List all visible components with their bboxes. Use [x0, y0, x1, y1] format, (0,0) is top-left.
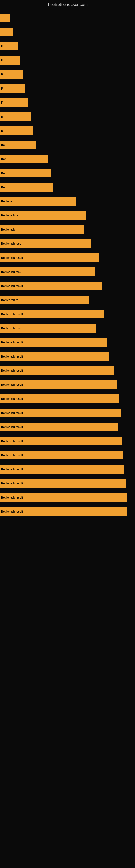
bar-row: B: [0, 110, 135, 124]
bar-fill: Bottleneck: [0, 225, 84, 234]
bar-fill: Bottleneck result: [0, 493, 127, 502]
bar-row: Bo: [0, 138, 135, 152]
bar-row: Bottleneck result: [0, 378, 135, 392]
bar-fill: F: [0, 98, 28, 107]
bar-row: F: [0, 39, 135, 53]
bar-fill: Bottleneck re: [0, 211, 86, 220]
site-title: TheBottlenecker.com: [0, 0, 135, 8]
bar-fill-label: Bottleneck result: [1, 426, 23, 429]
bar-row: Bottleneck re: [0, 293, 135, 307]
bar-fill: Bo: [0, 141, 36, 149]
bar-fill: Bottleneck result: [0, 451, 123, 460]
bar-row: F: [0, 82, 135, 95]
bar-fill-label: Bottleneck result: [1, 355, 23, 358]
bar-fill-label: Bottleneck resu: [1, 271, 21, 273]
bar-fill: Bottleneck result: [0, 394, 119, 403]
bar-row: Bottleneck result: [0, 349, 135, 364]
bar-fill-label: Bottleneck result: [1, 383, 23, 386]
bar-fill: B: [0, 112, 31, 121]
bar-fill-label: Bottlenec: [1, 200, 13, 203]
bar-row: F: [0, 95, 135, 110]
bar-fill-label: B: [1, 73, 3, 76]
bar-fill: Bottlenec: [0, 197, 76, 206]
bar-row: Bottleneck result: [0, 392, 135, 406]
bar-fill: B: [0, 126, 33, 135]
bar-row: Bottleneck result: [0, 364, 135, 378]
bar-row: Bottleneck result: [0, 279, 135, 293]
bar-fill: Bottleneck resu: [0, 239, 91, 248]
bar-fill-label: Bottleneck result: [1, 440, 23, 443]
bar-fill: Bottleneck result: [0, 408, 121, 417]
bar-fill: F: [0, 56, 20, 65]
bar-fill-label: Bottleneck: [1, 228, 15, 231]
bar-fill: Bottleneck result: [0, 507, 127, 516]
bar-row: Bottleneck result: [0, 504, 135, 519]
bar-fill-label: Bottleneck resu: [1, 242, 21, 245]
bar-fill-label: Bottleneck result: [1, 454, 23, 457]
bar-fill-label: F: [1, 101, 3, 104]
bar-fill: Bottleneck re: [0, 296, 89, 304]
bar-fill: Bottleneck result: [0, 465, 125, 474]
bar-fill: B: [0, 70, 23, 79]
bar-row: Bottleneck result: [0, 490, 135, 504]
bar-row: Bottlenec: [0, 194, 135, 208]
bar-fill-label: Bottleneck result: [1, 284, 23, 287]
bar-fill: Bottleneck result: [0, 479, 126, 488]
bar-fill-label: F: [1, 59, 3, 62]
bar-row: Bottleneck result: [0, 420, 135, 434]
bar-row: Bottleneck result: [0, 434, 135, 448]
bar-fill: Bott: [0, 155, 48, 163]
bar-fill: Bott: [0, 183, 53, 191]
bar-row: B: [0, 124, 135, 138]
bar-fill: Bottleneck resu: [0, 268, 95, 276]
bar-row: Bottleneck resu: [0, 321, 135, 335]
bar-fill: Bottleneck result: [0, 282, 101, 290]
bar-fill-label: Bottleneck resu: [1, 327, 21, 330]
bar-fill: Bottleneck result: [0, 352, 109, 361]
bar-fill: [0, 28, 13, 36]
bar-fill-label: Bo: [1, 144, 5, 147]
bar-fill-label: F: [1, 45, 3, 48]
bar-fill: Bottleneck result: [0, 366, 114, 375]
bar-fill-label: Bot: [1, 172, 6, 175]
bar-fill: Bottleneck resu: [0, 324, 96, 333]
bar-row: Bottleneck re: [0, 208, 135, 222]
bar-row: Bottleneck: [0, 222, 135, 237]
bar-row: Bottleneck result: [0, 307, 135, 321]
bar-fill: Bottleneck result: [0, 437, 122, 445]
bar-fill-label: F: [1, 87, 3, 90]
bar-fill-label: Bottleneck result: [1, 468, 23, 471]
bar-row: [0, 25, 135, 39]
bar-fill-label: Bottleneck result: [1, 397, 23, 400]
bar-row: [0, 11, 135, 25]
bar-row: Bot: [0, 166, 135, 180]
bar-fill-label: Bottleneck re: [1, 214, 18, 217]
bar-fill: F: [0, 84, 26, 93]
bar-fill-label: Bottleneck result: [1, 369, 23, 372]
bar-fill: Bottleneck result: [0, 380, 117, 389]
bar-fill: [0, 13, 10, 22]
bar-fill-label: Bott: [1, 186, 6, 189]
bar-row: Bottleneck result: [0, 448, 135, 462]
bar-fill-label: Bottleneck result: [1, 496, 23, 499]
bar-row: F: [0, 53, 135, 67]
bar-row: Bottleneck result: [0, 406, 135, 420]
bars-container: FFBFFBBBoBottBotBottBottlenecBottleneck …: [0, 8, 135, 519]
bar-fill-label: Bott: [1, 158, 6, 161]
bar-fill-label: B: [1, 129, 3, 132]
bar-fill-label: Bottleneck result: [1, 341, 23, 344]
bar-row: Bottleneck result: [0, 251, 135, 265]
bar-fill-label: Bottleneck re: [1, 299, 18, 302]
bar-row: Bott: [0, 180, 135, 194]
bar-row: Bottleneck resu: [0, 265, 135, 279]
bar-fill-label: Bottleneck result: [1, 510, 23, 513]
bar-row: B: [0, 67, 135, 82]
bar-fill-label: Bottleneck result: [1, 482, 23, 485]
bar-fill: Bottleneck result: [0, 310, 104, 318]
bar-fill: Bottleneck result: [0, 423, 118, 431]
bar-row: Bottleneck result: [0, 462, 135, 476]
bar-fill-label: Bottleneck result: [1, 256, 23, 259]
bar-fill: F: [0, 42, 18, 51]
bar-fill: Bottleneck result: [0, 338, 107, 347]
site-title-container: TheBottlenecker.com: [0, 0, 135, 8]
